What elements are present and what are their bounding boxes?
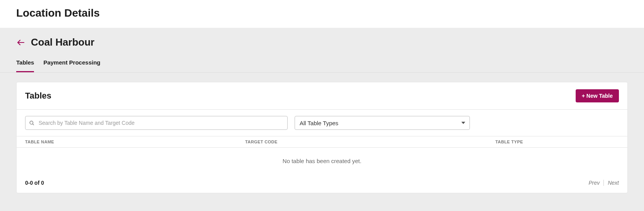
pager: Prev Next [588, 180, 619, 186]
page-title: Location Details [16, 7, 628, 19]
search-icon [29, 120, 34, 126]
filters-row: All Table Types [17, 110, 627, 136]
card-title: Tables [25, 91, 51, 101]
card-header: Tables + New Table [17, 82, 627, 110]
pager-divider [603, 180, 604, 186]
column-header-target-code: TARGET CODE [245, 140, 495, 144]
type-select-wrap: All Table Types [295, 116, 470, 130]
location-row: Coal Harbour [16, 36, 628, 48]
tab-payment-processing[interactable]: Payment Processing [43, 59, 100, 72]
search-wrap [25, 116, 288, 130]
location-name: Coal Harbour [31, 36, 95, 48]
tab-tables[interactable]: Tables [16, 59, 34, 72]
new-table-button[interactable]: + New Table [576, 89, 619, 102]
card-footer: 0-0 of 0 Prev Next [17, 174, 627, 193]
column-header-table-type: TABLE TYPE [495, 140, 619, 144]
prev-button[interactable]: Prev [588, 180, 600, 186]
subheader: Coal Harbour Tables Payment Processing [0, 28, 644, 73]
content: Tables + New Table All Table Types [0, 73, 644, 211]
svg-line-2 [32, 124, 34, 125]
table-type-select[interactable]: All Table Types [295, 116, 470, 130]
table-header-row: TABLE NAME TARGET CODE TABLE TYPE [17, 136, 627, 148]
page-header: Location Details [0, 0, 644, 28]
search-input[interactable] [25, 116, 288, 130]
tables-card: Tables + New Table All Table Types [16, 82, 628, 193]
pagination-range: 0-0 of 0 [25, 180, 44, 186]
column-header-table-name: TABLE NAME [25, 140, 245, 144]
tabs: Tables Payment Processing [16, 59, 628, 72]
next-button[interactable]: Next [608, 180, 619, 186]
back-arrow-icon[interactable] [16, 38, 25, 47]
table-empty-message: No table has been created yet. [17, 148, 627, 174]
